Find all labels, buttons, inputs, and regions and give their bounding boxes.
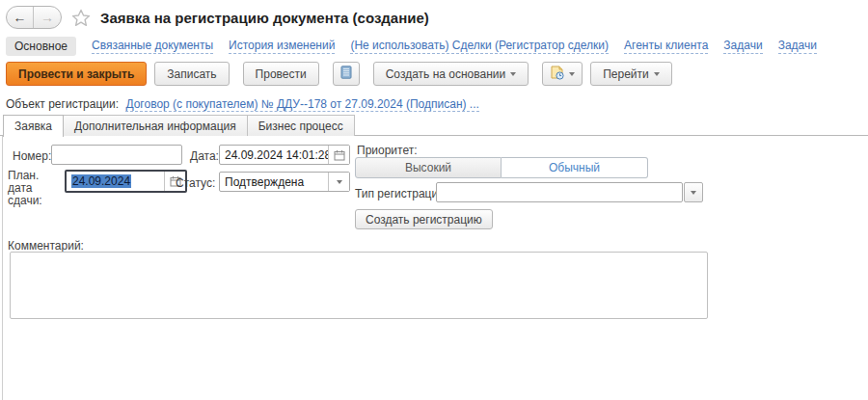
registration-object-link[interactable]: Договор (с покупателем) № ДДУ--178 от 27…	[125, 97, 478, 112]
status-select[interactable]: Подтверждена	[220, 175, 328, 189]
dropdown-caret-icon	[569, 72, 575, 76]
nav-item-related-documents[interactable]: Связанные документы	[92, 39, 213, 54]
go-to-button[interactable]: Перейти	[590, 62, 672, 86]
nav-item-deals[interactable]: (Не использовать) Сделки (Регистратор сд…	[350, 39, 609, 54]
page-title: Заявка на регистрацию документа (создани…	[100, 10, 429, 26]
tab-additional-info[interactable]: Дополнительная информация	[63, 115, 248, 136]
history-nav-group: ← →	[6, 6, 62, 29]
create-based-on-label: Создать на основании	[386, 67, 506, 81]
document-history-dropdown-button[interactable]	[542, 62, 583, 86]
dropdown-caret-icon	[654, 72, 660, 76]
nav-item-change-history[interactable]: История изменений	[229, 39, 335, 54]
tab-business-process[interactable]: Бизнес процесс	[247, 115, 355, 136]
plan-date-input-wrap: 24.09.2024	[65, 170, 187, 193]
priority-normal-button[interactable]: Обычный	[502, 157, 648, 178]
forward-button[interactable]: →	[34, 7, 61, 28]
command-toolbar: Провести и закрыть Записать Провести Соз…	[6, 62, 672, 86]
dropdown-caret-icon	[337, 180, 342, 184]
dropdown-caret-icon	[691, 191, 696, 195]
back-button[interactable]: ←	[7, 7, 34, 28]
comment-label: Комментарий:	[8, 239, 84, 253]
save-button[interactable]: Записать	[154, 62, 229, 86]
tab-bar: Заявка Дополнительная информация Бизнес …	[3, 115, 354, 136]
status-label: Статус:	[176, 176, 215, 190]
priority-high-button[interactable]: Высокий	[355, 157, 502, 178]
registration-object-row: Объект регистрации: Договор (с покупател…	[6, 97, 479, 111]
nav-item-tasks-1[interactable]: Задачи	[723, 39, 762, 54]
registration-type-dropdown-button[interactable]	[684, 182, 703, 202]
post-and-close-button[interactable]: Провести и закрыть	[6, 62, 147, 86]
registration-type-input-wrap	[436, 182, 683, 202]
status-select-wrap: Подтверждена	[219, 172, 350, 192]
registration-object-label: Объект регистрации:	[6, 97, 119, 111]
date-input[interactable]: 24.09.2024 14:01:28	[220, 148, 328, 162]
number-input-wrap	[51, 145, 182, 165]
plan-date-input[interactable]: 24.09.2024	[67, 174, 164, 188]
create-registration-button[interactable]: Создать регистрацию	[355, 209, 493, 229]
document-register-icon	[340, 66, 352, 82]
favorite-star-icon[interactable]	[71, 9, 91, 27]
document-clock-icon	[550, 66, 564, 83]
window-header: ← → Заявка на регистрацию документа (соз…	[6, 5, 429, 30]
comment-textarea[interactable]	[10, 252, 708, 319]
priority-label: Приоритет:	[357, 144, 418, 157]
dropdown-caret-icon	[510, 72, 516, 76]
status-dropdown-button[interactable]	[328, 173, 349, 191]
document-movements-button[interactable]	[333, 62, 360, 86]
number-label: Номер:	[13, 149, 51, 163]
nav-item-main[interactable]: Основное	[6, 37, 76, 56]
tab-request[interactable]: Заявка	[3, 115, 64, 137]
date-calendar-button[interactable]	[328, 146, 349, 164]
calendar-icon	[334, 149, 345, 161]
go-to-label: Перейти	[603, 67, 649, 81]
create-based-on-button[interactable]: Создать на основании	[373, 62, 529, 86]
registration-type-input[interactable]	[437, 186, 682, 200]
document-form-window: ← → Заявка на регистрацию документа (соз…	[0, 0, 868, 400]
post-button[interactable]: Провести	[243, 62, 319, 86]
selected-text: 24.09.2024	[71, 174, 131, 188]
form-navigation-bar: Основное Связанные документы История изм…	[6, 37, 817, 56]
nav-item-client-agents[interactable]: Агенты клиента	[624, 39, 708, 54]
date-label: Дата:	[190, 149, 219, 163]
nav-item-tasks-2[interactable]: Задачи	[778, 39, 817, 54]
plan-date-label: План. дата сдачи:	[8, 170, 66, 207]
number-input[interactable]	[52, 148, 181, 162]
registration-type-label: Тип регистрации:	[355, 187, 448, 200]
date-input-wrap: 24.09.2024 14:01:28	[219, 145, 350, 165]
